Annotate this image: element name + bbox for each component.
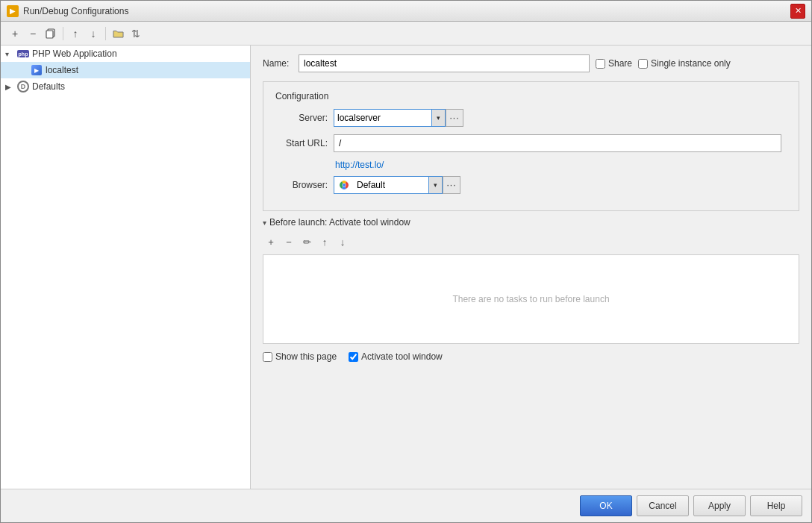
browser-select[interactable]: Default — [354, 177, 428, 193]
bottom-checkboxes: Show this page Activate tool window — [263, 351, 799, 362]
show-page-checkbox-label[interactable]: Show this page — [263, 351, 337, 362]
browser-select-container: Default ▾ ··· — [334, 176, 460, 194]
window-icon: ▶ — [7, 5, 19, 17]
activate-window-checkbox-label[interactable]: Activate tool window — [349, 351, 443, 362]
toolbar: + − ↑ ↓ ⇅ — [1, 22, 811, 46]
server-dropdown-arrow[interactable]: ▾ — [431, 110, 445, 126]
name-field-label: Name: — [263, 58, 293, 69]
browser-row: Browser: — [275, 176, 787, 194]
name-input[interactable] — [299, 54, 590, 72]
share-checkbox-label[interactable]: Share — [596, 58, 632, 69]
apply-button[interactable]: Apply — [693, 495, 746, 516]
tree-item-defaults[interactable]: ▶ D Defaults — [1, 78, 250, 95]
share-label: Share — [608, 58, 632, 69]
title-bar-left: ▶ Run/Debug Configurations — [7, 5, 128, 17]
php-web-app-label: PHP Web Application — [32, 48, 117, 59]
tree-item-php-web-app[interactable]: ▾ php PHP Web Application — [1, 46, 250, 62]
server-select[interactable]: localserver — [334, 110, 431, 126]
close-button[interactable]: ✕ — [790, 4, 805, 19]
folder-button[interactable] — [110, 25, 126, 42]
start-url-input[interactable] — [334, 134, 781, 152]
title-bar: ▶ Run/Debug Configurations ✕ — [1, 1, 811, 22]
svg-point-4 — [343, 184, 346, 187]
server-row: Server: localserver ▾ ··· — [275, 109, 787, 127]
single-instance-checkbox-label[interactable]: Single instance only — [638, 58, 731, 69]
launch-list-empty-text: There are no tasks to run before launch — [452, 294, 609, 304]
before-launch-toggle[interactable]: ▾ — [263, 219, 266, 227]
url-link[interactable]: http://test.lo/ — [335, 160, 787, 170]
launch-toolbar: + − ✏ ↑ ↓ — [263, 234, 799, 250]
sort-button[interactable]: ⇅ — [128, 25, 144, 42]
server-more-button[interactable]: ··· — [446, 109, 463, 127]
server-select-inner: localserver ▾ — [334, 109, 446, 127]
configuration-section: Configuration Server: localserver ▾ ··· — [263, 81, 799, 211]
single-instance-label: Single instance only — [651, 58, 731, 69]
defaults-label: Defaults — [32, 81, 65, 92]
add-config-button[interactable]: + — [7, 25, 23, 42]
footer: OK Cancel Apply Help — [1, 489, 811, 522]
localtest-label: localtest — [46, 65, 78, 75]
before-launch-title: Before launch: Activate tool window — [269, 217, 410, 228]
toolbar-separator-1 — [63, 27, 63, 40]
browser-google-icon — [339, 180, 349, 190]
launch-edit-button[interactable]: ✏ — [299, 234, 315, 250]
browser-dropdown-arrow[interactable]: ▾ — [428, 177, 442, 193]
activate-window-checkbox[interactable] — [349, 352, 358, 362]
cancel-button[interactable]: Cancel — [637, 495, 689, 516]
php-web-app-icon: php — [17, 48, 29, 60]
tree-item-localtest[interactable]: ▶ localtest — [1, 62, 250, 78]
browser-more-button[interactable]: ··· — [443, 176, 460, 194]
left-panel: ▾ php PHP Web Application ▶ localtest ▶ … — [1, 46, 251, 489]
help-button[interactable]: Help — [750, 495, 802, 516]
copy-config-button[interactable] — [43, 25, 59, 42]
defaults-icon: D — [17, 81, 29, 93]
tree-arrow-defaults: ▶ — [5, 83, 17, 91]
toolbar-separator-2 — [105, 27, 106, 40]
share-checkbox[interactable] — [596, 59, 605, 69]
start-url-row: Start URL: — [275, 134, 787, 152]
show-page-label: Show this page — [275, 351, 337, 362]
single-instance-checkbox[interactable] — [638, 59, 648, 69]
launch-list: There are no tasks to run before launch — [263, 254, 799, 344]
move-up-button[interactable]: ↑ — [67, 25, 84, 42]
launch-add-button[interactable]: + — [263, 234, 279, 250]
launch-remove-button[interactable]: − — [281, 234, 297, 250]
show-page-checkbox[interactable] — [263, 352, 272, 362]
localtest-icon: ▶ — [31, 64, 43, 76]
server-select-container: localserver ▾ ··· — [334, 109, 463, 127]
launch-down-button[interactable]: ↓ — [334, 234, 351, 250]
remove-config-button[interactable]: − — [25, 25, 41, 42]
tree-arrow-php-web-app: ▾ — [5, 50, 17, 58]
browser-label: Browser: — [275, 180, 328, 190]
ok-button[interactable]: OK — [580, 495, 632, 516]
right-panel: Name: Share Single instance only Configu… — [251, 46, 811, 489]
window-title: Run/Debug Configurations — [23, 6, 128, 16]
move-down-button[interactable]: ↓ — [85, 25, 102, 42]
browser-select-inner: Default ▾ — [334, 176, 443, 194]
launch-up-button[interactable]: ↑ — [316, 234, 333, 250]
before-launch-section: ▾ Before launch: Activate tool window + … — [263, 217, 799, 362]
start-url-label: Start URL: — [275, 138, 328, 148]
tree-arrow-localtest — [19, 66, 31, 75]
activate-window-label: Activate tool window — [361, 351, 443, 362]
before-launch-header: ▾ Before launch: Activate tool window — [263, 217, 799, 228]
run-debug-configurations-dialog: ▶ Run/Debug Configurations ✕ + − ↑ ↓ ⇅ — [0, 0, 812, 523]
main-content: ▾ php PHP Web Application ▶ localtest ▶ … — [1, 46, 811, 489]
svg-rect-1 — [46, 31, 53, 38]
server-label: Server: — [275, 113, 328, 123]
configuration-section-title: Configuration — [275, 91, 787, 101]
name-row: Name: Share Single instance only — [263, 54, 799, 72]
